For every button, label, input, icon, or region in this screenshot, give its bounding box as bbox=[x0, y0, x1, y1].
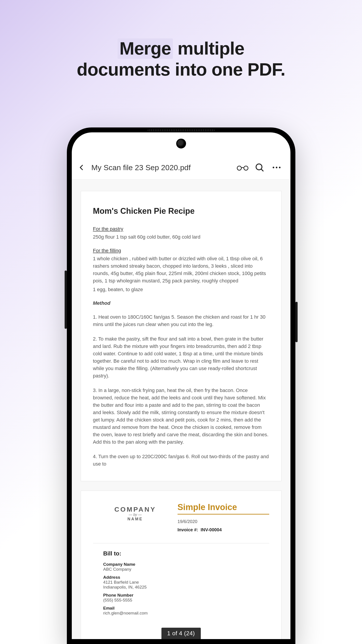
chevron-left-icon bbox=[78, 163, 85, 172]
app-top-bar: My Scan file 23 Sep 2020.pdf bbox=[72, 158, 290, 177]
glasses-icon bbox=[236, 164, 249, 171]
phone-screen: My Scan file 23 Sep 2020.pdf Mom's Chick… bbox=[72, 132, 290, 639]
back-button[interactable] bbox=[76, 162, 87, 173]
svg-point-6 bbox=[279, 167, 280, 168]
invoice-phone-label: Phone Number bbox=[103, 593, 269, 598]
recipe-title: Mom's Chicken Pie Recipe bbox=[93, 206, 269, 216]
invoice-bill-to: Bill to: Company Name ABC Company Addres… bbox=[93, 550, 269, 616]
recipe-filling-heading: For the filling bbox=[93, 248, 121, 253]
phone-front-camera bbox=[176, 139, 186, 148]
invoice-logo-bottom: NAME bbox=[93, 517, 178, 522]
pdf-viewer[interactable]: Mom's Chicken Pie Recipe For the pastry … bbox=[72, 180, 290, 639]
recipe-filling-body2: 1 egg, beaten, to glaze bbox=[93, 286, 269, 293]
search-icon bbox=[255, 163, 264, 172]
marketing-headline: Merge multiple documents into one PDF. bbox=[0, 38, 362, 80]
recipe-method-heading: Method bbox=[93, 300, 110, 306]
invoice-phone-value: (555) 555-5555 bbox=[103, 598, 269, 603]
invoice-email-value: rich.glen@noemail.com bbox=[103, 611, 269, 616]
recipe-step-2: 2. To make the pastry, sift the flour an… bbox=[93, 335, 269, 380]
recipe-pastry-body: 250g flour 1 tsp salt 60g cold butter, 6… bbox=[93, 233, 269, 240]
invoice-company-label: Company Name bbox=[103, 562, 269, 567]
invoice-logo: COMPANY — by — NAME bbox=[93, 502, 178, 522]
recipe-filling-body: 1 whole chicken , rubbed with butter or … bbox=[93, 255, 269, 284]
svg-point-1 bbox=[244, 166, 248, 170]
recipe-step-1: 1. Heat oven to 180C/160C fan/gas 5. Sea… bbox=[93, 313, 269, 328]
svg-line-3 bbox=[261, 169, 263, 171]
headline-line1-rest: multiple bbox=[173, 38, 244, 58]
recipe-step-4: 4. Turn the oven up to 220C/200C fan/gas… bbox=[93, 453, 269, 468]
search-button[interactable] bbox=[253, 161, 266, 174]
invoice-number: Invoice #: INV-00004 bbox=[178, 527, 269, 532]
recipe-pastry-heading: For the pastry bbox=[93, 226, 124, 232]
invoice-address-line2: Indianapolis, IN, 46225 bbox=[103, 585, 269, 590]
invoice-title: Simple Invoice bbox=[178, 502, 269, 514]
phone-power-button bbox=[295, 302, 298, 342]
read-mode-button[interactable] bbox=[236, 161, 249, 174]
invoice-divider bbox=[93, 543, 269, 544]
invoice-address-label: Address bbox=[103, 575, 269, 580]
phone-frame: My Scan file 23 Sep 2020.pdf Mom's Chick… bbox=[67, 128, 295, 644]
invoice-number-label: Invoice #: bbox=[178, 527, 198, 532]
pdf-page-1: Mom's Chicken Pie Recipe For the pastry … bbox=[81, 191, 282, 481]
headline-highlight: Merge bbox=[118, 38, 173, 59]
document-title: My Scan file 23 Sep 2020.pdf bbox=[92, 163, 191, 172]
invoice-email-label: Email bbox=[103, 606, 269, 611]
invoice-address-line1: 4121 Barfield Lane bbox=[103, 580, 269, 585]
phone-volume-button bbox=[64, 270, 67, 329]
headline-line2: documents into one PDF. bbox=[77, 60, 285, 80]
more-horizontal-icon bbox=[272, 166, 281, 169]
invoice-date: 19/6/2020 bbox=[178, 519, 269, 524]
invoice-logo-top: COMPANY bbox=[93, 506, 178, 513]
invoice-logo-by: — by — bbox=[93, 513, 178, 517]
svg-point-4 bbox=[272, 167, 274, 168]
recipe-step-3: 3. In a large, non-stick frying pan, hea… bbox=[93, 386, 269, 446]
overflow-menu-button[interactable] bbox=[270, 161, 283, 174]
topbar-divider bbox=[72, 179, 290, 180]
page-indicator: 1 of 4 (24) bbox=[161, 628, 200, 639]
pdf-page-2: COMPANY — by — NAME Simple Invoice 19/6/… bbox=[81, 490, 282, 639]
invoice-bill-to-heading: Bill to: bbox=[103, 550, 269, 557]
invoice-company-value: ABC Company bbox=[103, 567, 269, 572]
svg-point-5 bbox=[276, 167, 277, 168]
phone-earpiece bbox=[148, 129, 215, 132]
invoice-number-value: INV-00004 bbox=[200, 527, 222, 532]
svg-point-0 bbox=[237, 166, 241, 170]
